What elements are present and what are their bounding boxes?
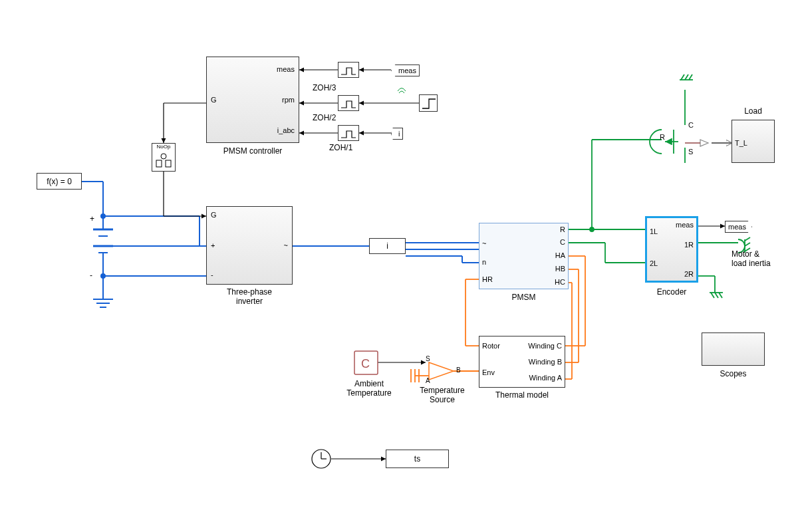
ts-display-block[interactable]: ts bbox=[386, 450, 449, 468]
pmsm-port-r: R bbox=[560, 225, 565, 233]
ambient-label: Ambient Temperature bbox=[339, 379, 399, 398]
svg-point-39 bbox=[590, 227, 594, 231]
scopes-block[interactable] bbox=[702, 332, 765, 366]
inv-port-minus: - bbox=[211, 271, 213, 279]
solver-text: f(x) = 0 bbox=[47, 177, 72, 186]
gate-noop-block[interactable]: NoOp bbox=[152, 143, 176, 172]
pmsm-port-tilde: ~ bbox=[482, 239, 486, 247]
pmsm-port-hc: HC bbox=[555, 278, 565, 286]
solver-config-block[interactable]: f(x) = 0 bbox=[37, 173, 82, 190]
svg-text:-: - bbox=[90, 271, 92, 280]
from-i-tag[interactable]: i bbox=[391, 128, 403, 140]
pmsm-controller-label: PMSM controller bbox=[206, 146, 299, 156]
thermal-label: Thermal model bbox=[479, 390, 565, 400]
port-rpm: rpm bbox=[282, 96, 295, 104]
enc-port-1l: 1L bbox=[650, 227, 658, 235]
inv-port-ac: ~ bbox=[284, 241, 288, 249]
pmsm-label: PMSM bbox=[479, 293, 569, 302]
inv-port-plus: + bbox=[211, 241, 215, 249]
svg-text:S: S bbox=[688, 148, 693, 156]
svg-rect-111 bbox=[156, 160, 162, 167]
svg-marker-107 bbox=[700, 140, 708, 146]
pmsm-port-hb: HB bbox=[555, 265, 565, 273]
encoder-block[interactable]: 1L 2L meas 1R 2R bbox=[645, 216, 698, 283]
svg-line-48 bbox=[681, 74, 684, 80]
svg-line-60 bbox=[711, 293, 714, 298]
svg-text:B: B bbox=[456, 366, 461, 374]
tempsrc-label: Temperature Source bbox=[409, 386, 475, 404]
load-port-tl: T_L bbox=[735, 139, 747, 147]
svg-line-49 bbox=[685, 74, 688, 80]
port-meas: meas bbox=[277, 65, 295, 73]
load-block[interactable]: T_L bbox=[732, 120, 775, 163]
current-sensor-block[interactable]: i bbox=[369, 238, 406, 254]
svg-text:+: + bbox=[90, 214, 94, 223]
thermal-port-wa: Winding A bbox=[529, 374, 562, 382]
zoh-rpm-block[interactable] bbox=[338, 95, 359, 111]
thermal-port-rotor: Rotor bbox=[482, 342, 500, 350]
svg-line-61 bbox=[715, 293, 718, 298]
enc-port-2r: 2R bbox=[684, 270, 694, 278]
pmsm-port-n: n bbox=[482, 258, 486, 266]
current-i-text: i bbox=[386, 241, 388, 251]
pmsm-block[interactable]: ~ n HR R C HA HB HC bbox=[479, 223, 569, 289]
svg-line-50 bbox=[689, 74, 692, 80]
step-rpm-block[interactable] bbox=[419, 94, 438, 112]
svg-text:A: A bbox=[426, 377, 430, 384]
pmsm-port-c: C bbox=[560, 238, 565, 246]
svg-text:R: R bbox=[660, 133, 665, 141]
ts-text: ts bbox=[414, 454, 420, 464]
pmsm-port-ha: HA bbox=[555, 251, 565, 259]
zoh1-label: ZOH/1 bbox=[329, 143, 352, 152]
thermal-port-wb: Winding B bbox=[529, 358, 562, 366]
thermal-port-wc: Winding C bbox=[528, 342, 562, 350]
svg-point-104 bbox=[312, 450, 331, 468]
svg-point-14 bbox=[101, 274, 105, 278]
three-phase-inverter-block[interactable]: G + - ~ bbox=[206, 206, 293, 285]
pmsm-port-hr: HR bbox=[482, 275, 493, 283]
zoh-i-block[interactable] bbox=[338, 125, 359, 141]
zoh-meas-block[interactable] bbox=[338, 62, 359, 78]
svg-line-62 bbox=[719, 293, 722, 298]
thermal-port-env: Env bbox=[482, 368, 495, 376]
thermal-model-block[interactable]: Rotor Env Winding C Winding B Winding A bbox=[479, 336, 565, 388]
zoh2-label: ZOH/2 bbox=[313, 113, 336, 122]
svg-line-54 bbox=[745, 237, 750, 241]
enc-port-1r: 1R bbox=[684, 241, 694, 249]
inv-port-g: G bbox=[211, 211, 217, 219]
scopes-label: Scopes bbox=[702, 369, 765, 378]
svg-rect-86 bbox=[354, 351, 378, 374]
port-iabc: i_abc bbox=[277, 126, 295, 134]
svg-marker-87 bbox=[429, 362, 454, 380]
zoh3-label: ZOH/3 bbox=[313, 83, 336, 92]
from-meas-tag[interactable]: meas bbox=[391, 65, 420, 76]
ambient-symbol: C bbox=[361, 357, 370, 370]
encoder-label: Encoder bbox=[645, 287, 698, 297]
motor-inertia-label: Motor & load inertia bbox=[732, 249, 791, 268]
svg-point-113 bbox=[161, 154, 166, 159]
svg-rect-112 bbox=[166, 160, 171, 167]
svg-text:S: S bbox=[426, 355, 430, 362]
svg-text:C: C bbox=[688, 121, 694, 129]
pmsm-controller-block[interactable]: G meas rpm i_abc bbox=[206, 57, 299, 143]
svg-line-55 bbox=[745, 243, 750, 246]
svg-point-9 bbox=[101, 214, 105, 218]
enc-port-meas: meas bbox=[676, 221, 694, 229]
load-label: Load bbox=[732, 106, 775, 116]
goto-meas-tag[interactable]: meas bbox=[725, 221, 752, 233]
enc-port-2l: 2L bbox=[650, 259, 658, 267]
inverter-label: Three-phase inverter bbox=[206, 287, 293, 306]
port-g: G bbox=[211, 96, 217, 104]
